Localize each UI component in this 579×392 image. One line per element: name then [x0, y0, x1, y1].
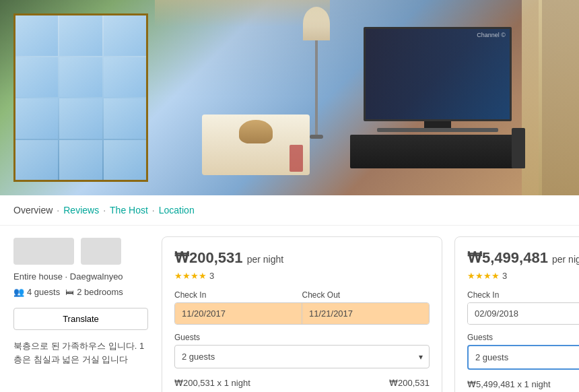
booking-card-1: ₩200,531 per night ★★★★ 3 Check In Check… [162, 236, 442, 392]
booking-cards: ₩200,531 per night ★★★★ 3 Check In Check… [162, 226, 579, 392]
per-night-1: per night [247, 254, 283, 265]
checkout-label-1: Check Out [302, 290, 430, 300]
bedrooms-count: 2 bedrooms [77, 287, 123, 297]
date-section-2: Check In Check Out [467, 290, 579, 325]
property-details: 👥 4 guests 🛏 2 bedrooms [13, 287, 148, 297]
main-content: Entire house · Daegwalnyeo 👥 4 guests 🛏 … [0, 226, 579, 392]
property-type: Entire house · Daegwalnyeo [13, 271, 148, 282]
price-detail-2: ₩5,499,481 x 1 night [467, 379, 551, 389]
checkin-label-2: Check In [467, 290, 579, 300]
price-total-1: ₩200,531 [389, 378, 430, 388]
stars-1: ★★★★ [174, 271, 207, 281]
stars-row-2: ★★★★ 3 [467, 271, 579, 281]
guests-section-2: Guests 2 guests 1 guest 3 guests 4 guest… [467, 333, 579, 370]
per-night-2: per night [552, 254, 579, 265]
description: 북층으로 된 가족하우스 입니다. 1층은 침실과 넓은 거실 입니다 [13, 339, 148, 366]
nav-dot-1: · [57, 205, 59, 216]
price-summary-1: ₩200,531 x 1 night ₩200,531 [174, 378, 430, 388]
guests-select-wrapper-2: 2 guests 1 guest 3 guests 4 guests ▾ [467, 345, 579, 370]
price-amount-1: ₩200,531 [174, 249, 243, 266]
date-labels-2: Check In Check Out [467, 290, 579, 300]
stars-2: ★★★★ [467, 271, 500, 281]
bread-basket [239, 120, 273, 143]
avatar-placeholder-1 [13, 238, 74, 265]
booking-card-2: ₩5,499,481 per night ★★★★ 3 Check In Che… [454, 236, 579, 392]
guests-select-2[interactable]: 2 guests 1 guest 3 guests 4 guests [467, 345, 579, 370]
date-inputs-1 [174, 302, 430, 325]
curtain-top [155, 0, 330, 27]
review-count-1: 3 [209, 271, 214, 281]
date-inputs-2 [467, 302, 579, 325]
guests-select-1[interactable]: 2 guests 1 guest 3 guests 4 guests [174, 345, 430, 368]
bedrooms-detail: 🛏 2 bedrooms [65, 287, 123, 297]
guests-detail: 👥 4 guests [13, 287, 60, 297]
window [13, 13, 148, 182]
review-count-2: 3 [502, 271, 507, 281]
floor-lamp [310, 7, 323, 141]
left-column: Entire house · Daegwalnyeo 👥 4 guests 🛏 … [13, 226, 148, 392]
nav-bar: Overview · Reviews · The Host · Location [0, 195, 579, 226]
tv-area: Channel © [350, 27, 525, 148]
guests-icon: 👥 [13, 287, 24, 297]
date-labels-1: Check In Check Out [174, 290, 430, 300]
nav-overview[interactable]: Overview [13, 205, 53, 216]
guests-count: 4 guests [27, 287, 60, 297]
date-section-1: Check In Check Out [174, 290, 430, 325]
price-summary-2: ₩5,499,481 x 1 night ₩5,499,481 [467, 379, 579, 389]
guests-label-1: Guests [174, 333, 430, 342]
nav-reviews[interactable]: Reviews [63, 205, 99, 216]
guests-select-wrapper-1: 2 guests 1 guest 3 guests 4 guests ▾ [174, 345, 430, 368]
nav-dot-2: · [103, 205, 106, 216]
nav-dot-3: · [152, 205, 155, 216]
price-2: ₩5,499,481 per night [467, 249, 579, 267]
avatar-placeholder-2 [81, 238, 121, 265]
translate-button[interactable]: Translate [13, 308, 148, 330]
checkin-input-2[interactable] [468, 303, 579, 324]
nav-location[interactable]: Location [159, 205, 195, 216]
wine-glass [290, 145, 303, 172]
avatar-area [13, 238, 148, 265]
hero-image: Channel © [0, 0, 579, 195]
price-amount-2: ₩5,499,481 [467, 249, 548, 266]
checkin-label-1: Check In [174, 290, 302, 300]
guests-label-2: Guests [467, 333, 579, 342]
price-1: ₩200,531 per night [174, 249, 430, 267]
stars-row-1: ★★★★ 3 [174, 271, 430, 281]
bedrooms-icon: 🛏 [65, 287, 74, 297]
price-detail-1: ₩200,531 x 1 night [174, 378, 250, 388]
curtain-right [539, 0, 579, 195]
nav-the-host[interactable]: The Host [110, 205, 148, 216]
checkout-input-1[interactable] [302, 303, 429, 324]
guests-section-1: Guests 2 guests 1 guest 3 guests 4 guest… [174, 333, 430, 368]
dining-table [202, 115, 310, 175]
checkin-input-1[interactable] [175, 303, 302, 324]
